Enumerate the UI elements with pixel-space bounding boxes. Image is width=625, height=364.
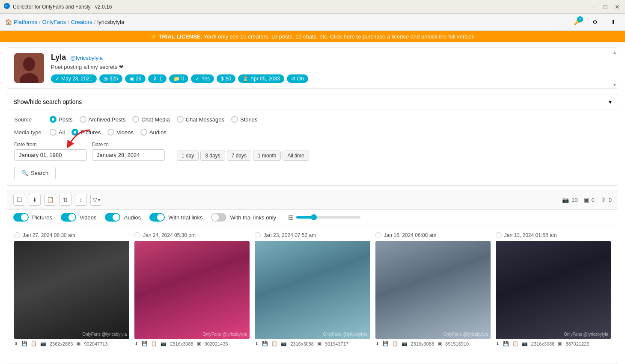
settings-button[interactable]: ⚙ xyxy=(588,15,602,29)
download-icon-4[interactable]: ⬇ xyxy=(375,341,379,346)
save-icon-2[interactable]: 💾 xyxy=(142,341,148,346)
audios-toggle-knob xyxy=(113,214,119,221)
toggle-with-trial-links[interactable]: With trial links xyxy=(149,213,202,222)
mediatype-all-radio[interactable] xyxy=(50,129,57,136)
breadcrumb-onlyfans[interactable]: OnlyFans xyxy=(42,19,66,25)
download-icon-1[interactable]: ⬇ xyxy=(14,341,18,346)
trial-banner[interactable]: ⚡ TRIAL LICENSE. You'll only see 10 crea… xyxy=(0,31,625,42)
grid-item-5-checkbox[interactable] xyxy=(496,232,502,238)
grid-item-2-image[interactable]: OnlyFans @lyricsbylyla xyxy=(134,241,250,339)
save-icon-4[interactable]: 💾 xyxy=(383,341,389,346)
grid-item-4-image[interactable]: OnlyFans @lyricsbylyla xyxy=(375,241,491,339)
slider-track[interactable] xyxy=(296,216,360,219)
source-chat-media-radio[interactable] xyxy=(132,116,139,123)
download-icon-2[interactable]: ⬇ xyxy=(134,341,138,346)
grid-item-1-header: Jan 27, 2024 08:30 am xyxy=(14,232,129,238)
grid-item-2-header: Jan 24, 2024 05:30 pm xyxy=(134,232,250,238)
mediatype-all[interactable]: All xyxy=(50,129,65,136)
image-size-slider[interactable]: ⊞ xyxy=(288,213,360,222)
date-to-input[interactable] xyxy=(92,149,165,161)
toggle-trial-links-only[interactable]: With trial links only xyxy=(211,213,276,222)
profile-tag-posts: ◎ 325 xyxy=(99,74,122,83)
grid-item-3-checkbox[interactable] xyxy=(255,232,261,238)
mediatype-audios[interactable]: Audios xyxy=(140,129,167,136)
download-icon-3[interactable]: ⬇ xyxy=(255,341,259,346)
key-button[interactable]: 🔑 7 xyxy=(570,15,584,29)
mediatype-pictures[interactable]: Pictures xyxy=(71,129,101,136)
close-button[interactable]: ✕ xyxy=(613,3,622,11)
file-count-5: 887021225 xyxy=(565,341,589,346)
breadcrumb-creators[interactable]: Creators xyxy=(71,19,92,25)
file-count-1: 902047713 xyxy=(84,341,107,346)
grid-item-1-footer: ⬇ 💾 📋 📷 2362x2883 ▣ 902047713 xyxy=(14,341,129,346)
pictures-toggle-switch[interactable] xyxy=(13,213,29,222)
videos-toggle-switch[interactable] xyxy=(61,213,76,222)
trial-links-only-toggle-switch[interactable] xyxy=(211,213,226,222)
quick-7days[interactable]: 7 days xyxy=(227,151,251,161)
grid-item-5-date: Jan 13, 2024 01:55 am xyxy=(504,232,557,238)
quick-1day[interactable]: 1 day xyxy=(177,151,199,161)
trial-links-toggle-knob xyxy=(157,214,164,221)
trial-links-toggle-switch[interactable] xyxy=(149,213,165,222)
home-icon: 🏠 xyxy=(5,19,12,25)
source-chat-messages[interactable]: Chat Messages xyxy=(177,116,224,123)
watermark-3: OnlyFans @lyricsbylyla xyxy=(323,332,368,337)
grid-icon-3: ▣ xyxy=(317,341,321,346)
search-button[interactable]: 🔍 Search xyxy=(14,167,56,179)
source-posts[interactable]: Posts xyxy=(50,116,73,123)
settings-icon: ⚙ xyxy=(592,19,598,25)
clipboard-button[interactable]: 📋 xyxy=(44,194,56,206)
grid-item-2-date: Jan 24, 2024 05:30 pm xyxy=(143,232,196,238)
save-icon-5[interactable]: 💾 xyxy=(503,341,509,346)
copy-icon-2[interactable]: 📋 xyxy=(151,341,157,346)
profile-tags: ✓ May 28, 2021 ◎ 325 ▣ 26 🎙 1 xyxy=(51,74,611,83)
grid-item-1-checkbox[interactable] xyxy=(14,232,20,238)
filter-button[interactable]: ▽ ▾ xyxy=(90,194,102,206)
mediatype-videos-radio[interactable] xyxy=(107,129,114,136)
sort-asc-button[interactable]: ⇅ xyxy=(60,194,71,206)
download-selected-button[interactable]: ⬇ xyxy=(29,194,41,206)
source-stories[interactable]: Stories xyxy=(231,116,257,123)
filter-icon: ▽ xyxy=(92,196,97,203)
toggle-pictures[interactable]: Pictures xyxy=(13,213,52,222)
maximize-button[interactable]: □ xyxy=(601,3,610,11)
grid-item-2-checkbox[interactable] xyxy=(134,232,140,238)
mediatype-audios-radio[interactable] xyxy=(140,129,147,136)
file-count-3: 901943717 xyxy=(325,341,348,346)
minimize-button[interactable]: ─ xyxy=(589,3,598,11)
source-chat-messages-radio[interactable] xyxy=(177,116,184,123)
source-archived-radio[interactable] xyxy=(80,116,86,123)
breadcrumb-platforms[interactable]: Platforms xyxy=(14,19,37,25)
download-icon-5[interactable]: ⬇ xyxy=(496,341,500,346)
grid-icon-1: ▣ xyxy=(76,341,80,346)
search-options-toggle[interactable]: Show/hide search options ▾ xyxy=(7,94,618,110)
toggle-videos[interactable]: Videos xyxy=(61,213,97,222)
mediatype-videos[interactable]: Videos xyxy=(107,129,134,136)
select-all-button[interactable]: ☐ xyxy=(13,194,25,206)
grid-item-1-image[interactable]: OnlyFans @lyricsbylyla xyxy=(14,241,129,339)
grid-item-4-checkbox[interactable] xyxy=(375,232,381,238)
profile-name: Lyla xyxy=(51,53,66,62)
download-button[interactable]: ⬇ xyxy=(606,15,620,29)
quick-alltime[interactable]: All time xyxy=(283,151,309,161)
copy-icon-1[interactable]: 📋 xyxy=(31,341,37,346)
slider-thumb[interactable] xyxy=(311,214,317,220)
copy-icon-4[interactable]: 📋 xyxy=(392,341,398,346)
save-icon-1[interactable]: 💾 xyxy=(21,341,27,346)
save-icon-3[interactable]: 💾 xyxy=(262,341,268,346)
grid-item-3-image[interactable]: OnlyFans @lyricsbylyla xyxy=(255,241,370,339)
audios-toggle-switch[interactable] xyxy=(105,213,120,222)
source-posts-radio[interactable] xyxy=(50,116,57,123)
sort-desc-button[interactable]: ↕ xyxy=(75,194,87,206)
source-chat-media[interactable]: Chat Media xyxy=(132,116,170,123)
source-stories-radio[interactable] xyxy=(231,116,238,123)
copy-icon-3[interactable]: 📋 xyxy=(271,341,277,346)
grid-item-5-image[interactable]: OnlyFans @lyricsbylyla xyxy=(496,241,611,339)
copy-icon-5[interactable]: 📋 xyxy=(512,341,518,346)
quick-3days[interactable]: 3 days xyxy=(200,151,225,161)
source-archived-posts[interactable]: Archived Posts xyxy=(80,116,126,123)
toggle-audios[interactable]: Audios xyxy=(105,213,141,222)
mediatype-pictures-radio[interactable] xyxy=(71,129,78,136)
date-from-input[interactable] xyxy=(14,149,87,161)
quick-1month[interactable]: 1 month xyxy=(253,151,281,161)
